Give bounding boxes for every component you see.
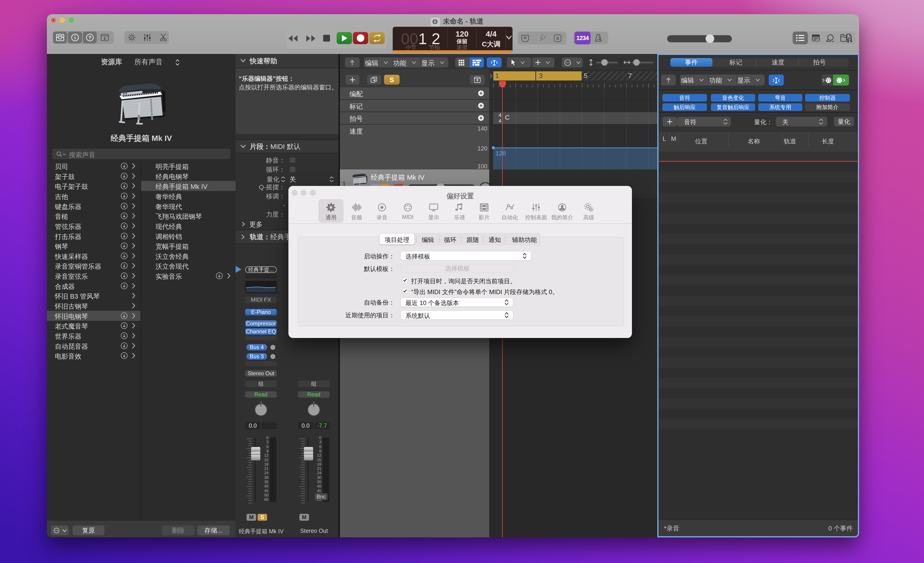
svg-text:?: ?: [88, 35, 91, 40]
svg-text:S: S: [556, 36, 559, 41]
